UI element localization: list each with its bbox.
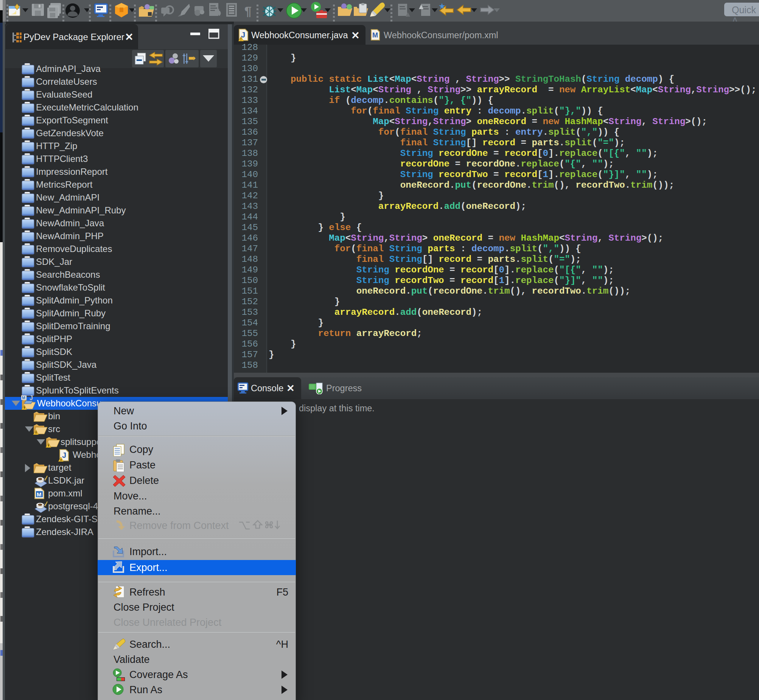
- svg-text:M: M: [372, 31, 378, 39]
- svg-text:J: J: [30, 395, 33, 401]
- svg-text:M: M: [37, 491, 42, 498]
- svg-text:M: M: [22, 395, 25, 400]
- svg-text:!: !: [240, 38, 241, 41]
- svg-text:J: J: [62, 451, 66, 459]
